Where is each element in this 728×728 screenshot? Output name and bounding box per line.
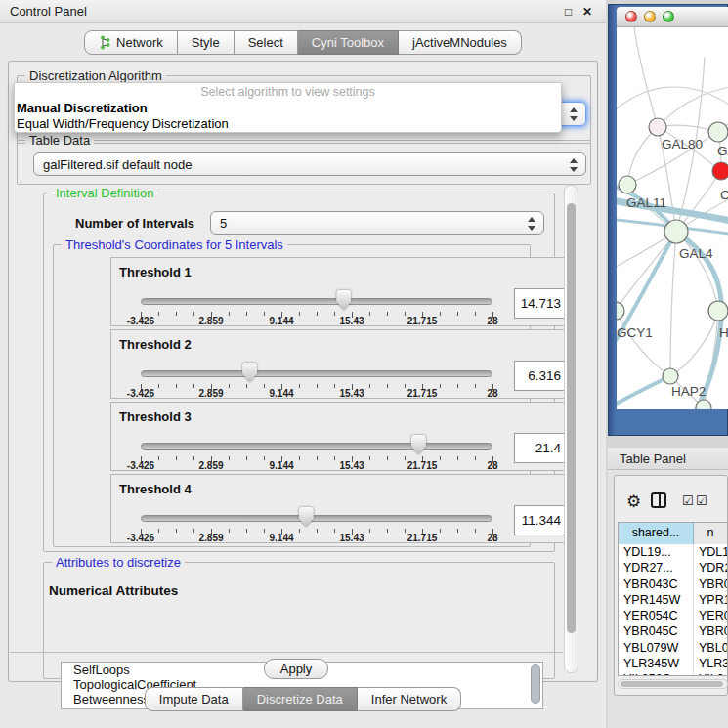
network-node[interactable]: [696, 400, 711, 409]
slider-thumb[interactable]: [242, 363, 257, 382]
num-intervals-value: 5: [220, 216, 227, 231]
table-row[interactable]: YBR043CYBR0: [619, 577, 727, 592]
dropdown-item-manual-discretization[interactable]: Manual Discretization: [15, 101, 561, 116]
slider-tick-label: 15.43: [327, 460, 376, 471]
table-row[interactable]: YPR145WYPR1: [619, 592, 727, 608]
tab-impute-data[interactable]: Impute Data: [145, 687, 243, 711]
apply-button[interactable]: Apply: [264, 659, 328, 679]
slider-tick: [176, 384, 177, 388]
table-row[interactable]: YLR345WYLR3: [619, 656, 727, 671]
tab-select[interactable]: Select: [235, 30, 298, 55]
slider-thumb[interactable]: [299, 507, 314, 527]
mac-zoom-icon[interactable]: [663, 11, 674, 22]
slider-tick-label: 28: [468, 533, 517, 543]
dropdown-items: Manual DiscretizationEqual Width/Frequen…: [15, 101, 561, 132]
slider-tick-label: 15.43: [327, 388, 376, 399]
column-header-1[interactable]: shared...: [619, 523, 694, 544]
threshold-value-field[interactable]: 11.344: [514, 505, 567, 535]
combo-spinner-icon: [570, 157, 578, 173]
tab-label: Infer Network: [371, 688, 447, 711]
table-panel-title: Table Panel: [620, 451, 686, 466]
mac-minimize-icon[interactable]: [644, 11, 656, 22]
panel-title: Control Panel: [10, 4, 87, 19]
network-window-titlebar[interactable]: [617, 7, 728, 27]
network-edge[interactable]: [670, 232, 676, 376]
network-node[interactable]: [619, 176, 636, 193]
network-edge[interactable]: [658, 86, 728, 127]
table-horizontal-scrollbar[interactable]: [618, 679, 728, 689]
table-cell: YPR1: [694, 592, 727, 608]
network-node[interactable]: [712, 162, 728, 180]
tab-discretize-data[interactable]: Discretize Data: [243, 687, 358, 711]
slider-thumb[interactable]: [411, 435, 426, 454]
dropdown-item-equal-width-frequency-discretization[interactable]: Equal Width/Frequency Discretization: [15, 116, 561, 132]
tab-style[interactable]: Style: [178, 30, 235, 55]
network-edge[interactable]: [617, 232, 676, 311]
network-edge-highlight[interactable]: [617, 376, 670, 408]
table-cell: YER0: [694, 608, 727, 623]
top-tab-bar: NetworkStyleSelectCyni ToolboxjActiveMNo…: [0, 30, 606, 55]
table-row[interactable]: YBL079WYBL0: [619, 640, 727, 656]
table-row[interactable]: YER054CYER0: [619, 608, 727, 623]
network-node[interactable]: [649, 118, 666, 136]
tab-infer-network[interactable]: Infer Network: [358, 687, 461, 711]
split-columns-icon[interactable]: [651, 492, 666, 508]
interval-definition-label: Interval Definition: [52, 186, 157, 200]
network-edge[interactable]: [617, 311, 670, 376]
scrollbar-thumb[interactable]: [621, 681, 723, 687]
network-node[interactable]: [664, 220, 688, 243]
threshold-value-field[interactable]: 14.713: [514, 288, 567, 319]
apply-bar: Apply: [10, 652, 563, 682]
slider-tick-label: 9.144: [257, 460, 306, 471]
slider-tick: [246, 456, 247, 460]
tab-cyni-toolbox[interactable]: Cyni Toolbox: [298, 30, 399, 55]
network-edge[interactable]: [627, 127, 658, 185]
mac-close-icon[interactable]: [625, 11, 637, 22]
slider-track[interactable]: [141, 443, 492, 450]
table-row[interactable]: YDR27...YDR2: [619, 560, 727, 576]
table-row[interactable]: YIL052CYIL0: [619, 671, 727, 676]
thresholds-title: Threshold's Coordinates for 5 Intervals: [62, 237, 287, 252]
threshold-value-field[interactable]: 6.316: [514, 361, 567, 391]
tab-label: Cyni Toolbox: [312, 31, 384, 55]
network-node[interactable]: [617, 302, 624, 320]
slider-track[interactable]: [141, 515, 492, 522]
table-data-combo[interactable]: galFiltered.sif default node: [33, 152, 586, 176]
scrollbar-thumb[interactable]: [567, 203, 576, 633]
main-vertical-scrollbar[interactable]: [564, 185, 578, 673]
checkbox-icon[interactable]: ☑: [696, 493, 707, 508]
slider-tick: [176, 456, 177, 460]
slider-tick-label: 2.859: [187, 460, 236, 471]
checkbox-icon[interactable]: ☑: [682, 493, 694, 508]
network-node[interactable]: [708, 301, 728, 321]
table-row[interactable]: YBR045CYBR0: [619, 623, 727, 639]
slider-thumb[interactable]: [336, 290, 351, 310]
slider-tick: [387, 529, 388, 533]
network-node[interactable]: [663, 368, 678, 384]
tab-network[interactable]: Network: [84, 30, 178, 55]
node-table[interactable]: shared...n YDL19...YDL1YDR27...YDR2YBR04…: [618, 522, 728, 676]
network-node[interactable]: [708, 122, 728, 142]
slider-track[interactable]: [141, 298, 492, 305]
slider-tick: [457, 384, 458, 388]
slider-tick: [457, 312, 458, 316]
column-header-2[interactable]: n: [694, 523, 727, 544]
control-panel-titlebar: Control Panel □ ✕: [0, 0, 606, 23]
table-cell: YBL0: [694, 640, 727, 656]
network-window: GAL80GACGAL11GAL4GCY1HHAP2: [608, 4, 728, 436]
threshold-value-field[interactable]: 21.4: [514, 433, 567, 463]
network-canvas[interactable]: GAL80GACGAL11GAL4GCY1HHAP2: [617, 27, 728, 409]
slider-track[interactable]: [141, 370, 492, 377]
float-window-icon[interactable]: □: [565, 5, 572, 19]
combo-spinner-icon: [570, 107, 578, 122]
network-edge[interactable]: [634, 27, 658, 127]
network-graph: GAL80GACGAL11GAL4GCY1HHAP2: [617, 27, 728, 409]
table-row[interactable]: YDL19...YDL1: [619, 544, 727, 560]
num-intervals-combo[interactable]: 5: [210, 211, 544, 235]
tab-label: Select: [248, 31, 283, 55]
gear-icon[interactable]: ⚙: [626, 492, 641, 512]
tab-jactivemnodules[interactable]: jActiveMNodules: [399, 30, 522, 55]
table-panel-titlebar: Table Panel: [608, 448, 728, 470]
close-panel-icon[interactable]: ✕: [582, 5, 592, 19]
slider-tick: [387, 312, 388, 316]
